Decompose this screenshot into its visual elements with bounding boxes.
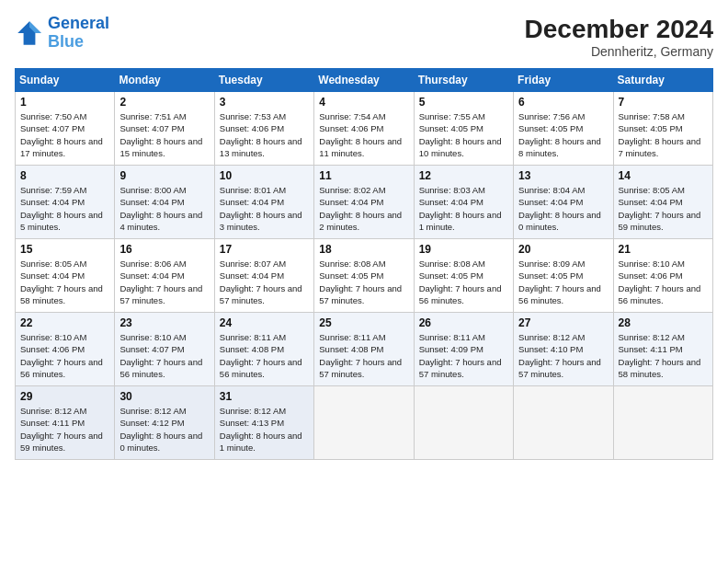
day-info: Sunrise: 8:05 AMSunset: 4:04 PMDaylight:… xyxy=(619,184,708,233)
weekday-header-tuesday: Tuesday xyxy=(214,69,313,92)
location: Dennheritz, Germany xyxy=(525,44,713,59)
calendar-cell: 22Sunrise: 8:10 AMSunset: 4:06 PMDayligh… xyxy=(16,313,115,386)
logo-icon xyxy=(15,18,44,48)
calendar-cell xyxy=(613,386,712,460)
day-info: Sunrise: 8:12 AMSunset: 4:12 PMDaylight:… xyxy=(119,405,209,454)
calendar-cell: 17Sunrise: 8:07 AMSunset: 4:04 PMDayligh… xyxy=(214,239,313,313)
day-number: 25 xyxy=(319,316,408,329)
calendar: SundayMondayTuesdayWednesdayThursdayFrid… xyxy=(15,68,713,460)
calendar-cell: 14Sunrise: 8:05 AMSunset: 4:04 PMDayligh… xyxy=(613,166,712,239)
day-info: Sunrise: 8:12 AMSunset: 4:10 PMDaylight:… xyxy=(518,331,608,380)
calendar-cell: 28Sunrise: 8:12 AMSunset: 4:11 PMDayligh… xyxy=(613,313,712,386)
day-info: Sunrise: 7:55 AMSunset: 4:05 PMDaylight:… xyxy=(419,110,508,159)
day-info: Sunrise: 7:54 AMSunset: 4:06 PMDaylight:… xyxy=(319,110,408,159)
day-info: Sunrise: 8:04 AMSunset: 4:04 PMDaylight:… xyxy=(518,184,608,233)
day-number: 30 xyxy=(119,390,209,403)
week-row-5: 29Sunrise: 8:12 AMSunset: 4:11 PMDayligh… xyxy=(16,386,713,460)
title-block: December 2024 Dennheritz, Germany xyxy=(525,15,713,59)
day-info: Sunrise: 8:10 AMSunset: 4:06 PMDaylight:… xyxy=(619,258,708,306)
calendar-cell: 21Sunrise: 8:10 AMSunset: 4:06 PMDayligh… xyxy=(613,239,712,313)
day-info: Sunrise: 7:59 AMSunset: 4:04 PMDaylight:… xyxy=(20,184,109,233)
calendar-cell: 7Sunrise: 7:58 AMSunset: 4:05 PMDaylight… xyxy=(613,92,712,166)
day-number: 24 xyxy=(220,316,309,329)
day-number: 27 xyxy=(518,316,608,329)
calendar-cell: 15Sunrise: 8:05 AMSunset: 4:04 PMDayligh… xyxy=(16,239,115,313)
logo-text: General Blue xyxy=(48,15,109,52)
day-info: Sunrise: 7:51 AMSunset: 4:07 PMDaylight:… xyxy=(119,110,209,159)
day-info: Sunrise: 8:02 AMSunset: 4:04 PMDaylight:… xyxy=(319,184,408,233)
logo: General Blue xyxy=(15,15,109,52)
day-number: 3 xyxy=(220,96,309,109)
day-number: 22 xyxy=(20,316,109,329)
day-info: Sunrise: 8:05 AMSunset: 4:04 PMDaylight:… xyxy=(20,258,109,306)
calendar-cell: 18Sunrise: 8:08 AMSunset: 4:05 PMDayligh… xyxy=(314,239,414,313)
day-info: Sunrise: 8:10 AMSunset: 4:06 PMDaylight:… xyxy=(20,331,109,380)
day-number: 14 xyxy=(619,169,708,182)
calendar-cell: 11Sunrise: 8:02 AMSunset: 4:04 PMDayligh… xyxy=(314,166,414,239)
day-number: 15 xyxy=(20,243,109,256)
day-number: 8 xyxy=(20,169,109,182)
day-number: 18 xyxy=(319,243,408,256)
calendar-cell: 16Sunrise: 8:06 AMSunset: 4:04 PMDayligh… xyxy=(115,239,214,313)
calendar-cell: 12Sunrise: 8:03 AMSunset: 4:04 PMDayligh… xyxy=(414,166,513,239)
day-number: 20 xyxy=(518,243,608,256)
calendar-body: 1Sunrise: 7:50 AMSunset: 4:07 PMDaylight… xyxy=(16,92,713,460)
day-number: 10 xyxy=(220,169,309,182)
calendar-cell: 6Sunrise: 7:56 AMSunset: 4:05 PMDaylight… xyxy=(514,92,613,166)
day-info: Sunrise: 8:06 AMSunset: 4:04 PMDaylight:… xyxy=(119,258,209,306)
day-number: 6 xyxy=(518,96,608,109)
day-info: Sunrise: 8:09 AMSunset: 4:05 PMDaylight:… xyxy=(518,258,608,306)
day-number: 29 xyxy=(20,390,109,403)
week-row-1: 1Sunrise: 7:50 AMSunset: 4:07 PMDaylight… xyxy=(16,92,713,166)
week-row-3: 15Sunrise: 8:05 AMSunset: 4:04 PMDayligh… xyxy=(16,239,713,313)
day-number: 4 xyxy=(319,96,408,109)
day-info: Sunrise: 8:12 AMSunset: 4:13 PMDaylight:… xyxy=(220,405,309,454)
weekday-header-thursday: Thursday xyxy=(414,69,513,92)
day-info: Sunrise: 8:08 AMSunset: 4:05 PMDaylight:… xyxy=(419,258,508,306)
calendar-cell: 23Sunrise: 8:10 AMSunset: 4:07 PMDayligh… xyxy=(115,313,214,386)
calendar-cell: 8Sunrise: 7:59 AMSunset: 4:04 PMDaylight… xyxy=(16,166,115,239)
calendar-cell: 30Sunrise: 8:12 AMSunset: 4:12 PMDayligh… xyxy=(115,386,214,460)
weekday-header-friday: Friday xyxy=(514,69,613,92)
day-info: Sunrise: 8:12 AMSunset: 4:11 PMDaylight:… xyxy=(619,331,708,380)
weekday-header-wednesday: Wednesday xyxy=(314,69,414,92)
day-info: Sunrise: 7:53 AMSunset: 4:06 PMDaylight:… xyxy=(220,110,309,159)
day-info: Sunrise: 8:08 AMSunset: 4:05 PMDaylight:… xyxy=(319,258,408,306)
month-title: December 2024 xyxy=(525,15,713,44)
day-number: 11 xyxy=(319,169,408,182)
week-row-4: 22Sunrise: 8:10 AMSunset: 4:06 PMDayligh… xyxy=(16,313,713,386)
calendar-cell xyxy=(514,386,613,460)
day-number: 12 xyxy=(419,169,508,182)
calendar-cell: 3Sunrise: 7:53 AMSunset: 4:06 PMDaylight… xyxy=(214,92,313,166)
calendar-cell: 19Sunrise: 8:08 AMSunset: 4:05 PMDayligh… xyxy=(414,239,513,313)
weekday-header-sunday: Sunday xyxy=(16,69,115,92)
day-number: 2 xyxy=(119,96,209,109)
day-info: Sunrise: 8:03 AMSunset: 4:04 PMDaylight:… xyxy=(419,184,508,233)
day-info: Sunrise: 8:10 AMSunset: 4:07 PMDaylight:… xyxy=(119,331,209,380)
calendar-cell: 25Sunrise: 8:11 AMSunset: 4:08 PMDayligh… xyxy=(314,313,414,386)
calendar-cell: 5Sunrise: 7:55 AMSunset: 4:05 PMDaylight… xyxy=(414,92,513,166)
day-info: Sunrise: 8:07 AMSunset: 4:04 PMDaylight:… xyxy=(220,258,309,306)
weekday-header-row: SundayMondayTuesdayWednesdayThursdayFrid… xyxy=(16,69,713,92)
day-number: 23 xyxy=(119,316,209,329)
day-info: Sunrise: 8:11 AMSunset: 4:08 PMDaylight:… xyxy=(319,331,408,380)
page-header: General Blue December 2024 Dennheritz, G… xyxy=(15,15,713,59)
day-info: Sunrise: 8:11 AMSunset: 4:08 PMDaylight:… xyxy=(220,331,309,380)
day-info: Sunrise: 8:11 AMSunset: 4:09 PMDaylight:… xyxy=(419,331,508,380)
calendar-cell: 2Sunrise: 7:51 AMSunset: 4:07 PMDaylight… xyxy=(115,92,214,166)
calendar-cell: 31Sunrise: 8:12 AMSunset: 4:13 PMDayligh… xyxy=(214,386,313,460)
calendar-cell: 1Sunrise: 7:50 AMSunset: 4:07 PMDaylight… xyxy=(16,92,115,166)
day-number: 7 xyxy=(619,96,708,109)
day-info: Sunrise: 8:00 AMSunset: 4:04 PMDaylight:… xyxy=(119,184,209,233)
day-info: Sunrise: 7:50 AMSunset: 4:07 PMDaylight:… xyxy=(20,110,109,159)
calendar-cell: 9Sunrise: 8:00 AMSunset: 4:04 PMDaylight… xyxy=(115,166,214,239)
calendar-cell: 24Sunrise: 8:11 AMSunset: 4:08 PMDayligh… xyxy=(214,313,313,386)
day-number: 1 xyxy=(20,96,109,109)
day-info: Sunrise: 8:01 AMSunset: 4:04 PMDaylight:… xyxy=(220,184,309,233)
weekday-header-monday: Monday xyxy=(115,69,214,92)
calendar-cell: 26Sunrise: 8:11 AMSunset: 4:09 PMDayligh… xyxy=(414,313,513,386)
calendar-cell: 27Sunrise: 8:12 AMSunset: 4:10 PMDayligh… xyxy=(514,313,613,386)
calendar-cell xyxy=(414,386,513,460)
calendar-cell xyxy=(314,386,414,460)
calendar-cell: 20Sunrise: 8:09 AMSunset: 4:05 PMDayligh… xyxy=(514,239,613,313)
